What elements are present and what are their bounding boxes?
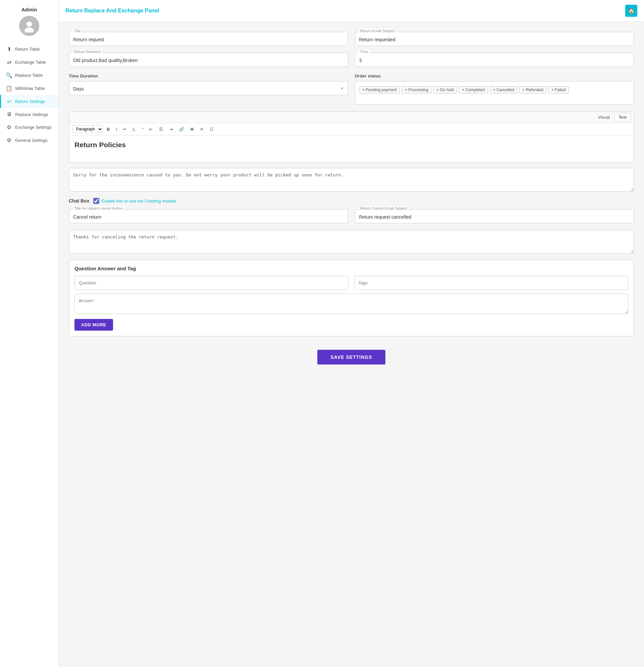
align-right-button[interactable]: ⇥: [167, 126, 175, 133]
avatar: [19, 16, 39, 36]
question-input[interactable]: [75, 276, 349, 290]
rich-text-editor: Visual Text Paragraph Heading 1 Heading …: [69, 111, 634, 163]
title-group: Title: [69, 32, 348, 46]
editor-content[interactable]: Return Policies: [69, 135, 633, 162]
sidebar-item-label: Return Table: [15, 47, 39, 52]
title-label: Title: [73, 29, 82, 33]
title-input[interactable]: [69, 32, 348, 46]
return-settings-icon: ↩: [6, 98, 12, 104]
return-cancel-email-subject-label: Return Cancel Email Subject: [359, 206, 409, 210]
chatbox-row: Chat Box Enable this to use the Chatting…: [69, 198, 634, 204]
tab-visual[interactable]: Visual: [594, 113, 614, 121]
replace-table-icon: 🔍: [6, 72, 12, 79]
status-tag-onhold[interactable]: × On hold: [433, 86, 457, 94]
return-email-subject-group: Return Email Subject: [355, 32, 634, 46]
sidebar-item-label: Replace Settings: [15, 112, 48, 117]
status-tag-refunded[interactable]: × Refunded: [519, 86, 546, 94]
title-email-row: Title Return Email Subject: [69, 32, 634, 46]
tags-input[interactable]: [354, 276, 629, 290]
time-duration-select[interactable]: Days Hours Weeks: [69, 81, 348, 95]
editor-toolbar: Paragraph Heading 1 Heading 2 B I •• 1. …: [69, 123, 633, 135]
cancel-button-title-input[interactable]: [69, 209, 348, 223]
sidebar-item-exchange-table[interactable]: ⇄ Exchange Table: [0, 56, 58, 69]
blockquote-button[interactable]: “: [140, 126, 146, 133]
general-settings-icon: ⚙: [6, 137, 12, 144]
order-status-label: Order status: [355, 74, 634, 79]
grid-button[interactable]: ☷: [207, 126, 216, 133]
align-center-button[interactable]: ☰: [157, 126, 165, 133]
main-content: Return Replace And Exchange Panel 🏠 Titl…: [59, 0, 644, 667]
save-settings-button[interactable]: SAVE SETTINGS: [317, 350, 386, 364]
page-title: Return Replace And Exchange Panel: [65, 8, 159, 14]
status-tag-completed[interactable]: × Completed: [459, 86, 488, 94]
italic-button[interactable]: I: [113, 126, 119, 133]
return-reasons-group: Return Reasons: [69, 53, 348, 67]
time-group: Time: [355, 53, 634, 67]
status-tags: × Pending payment × Processing × On hold…: [359, 86, 630, 94]
time-duration-section: Time Duration Days Hours Weeks: [69, 74, 348, 95]
return-email-subject-label: Return Email Subject: [359, 29, 396, 33]
bold-button[interactable]: B: [104, 126, 112, 133]
answer-textarea[interactable]: [75, 294, 628, 314]
email-body-textarea[interactable]: Sorry for the inconvenience caused to yo…: [69, 168, 634, 192]
sidebar-item-label: General Settings: [15, 138, 48, 143]
reasons-time-row: Return Reasons Time: [69, 53, 634, 67]
sidebar-item-replace-settings[interactable]: 🖥 Replace Settings: [0, 108, 58, 121]
chatbox-checkbox-wrapper[interactable]: Enable this to use the Chatting module: [93, 198, 176, 204]
ordered-list-button[interactable]: 1.: [130, 126, 138, 133]
sidebar-nav: ⬆ Return Table ⇄ Exchange Table 🔍 Replac…: [0, 43, 58, 147]
chatbox-enable-text: Enable this to use the Chatting module: [101, 198, 176, 204]
time-input[interactable]: [355, 53, 634, 67]
status-tag-failed[interactable]: × Failed: [548, 86, 569, 94]
sidebar-item-return-settings[interactable]: ↩ Return Settings: [0, 95, 58, 108]
add-more-button[interactable]: ADD MORE: [75, 319, 113, 331]
unordered-list-button[interactable]: ••: [121, 126, 128, 133]
sidebar-item-label: Exchange Table: [15, 60, 46, 65]
sidebar-item-general-settings[interactable]: ⚙ General Settings: [0, 134, 58, 147]
save-btn-row: SAVE SETTINGS: [69, 343, 634, 371]
cancel-button-title-label: Title for request cancel button: [73, 206, 124, 210]
status-tag-processing[interactable]: × Processing: [402, 86, 431, 94]
link-button[interactable]: 🔗: [176, 126, 187, 133]
svg-point-1: [25, 28, 34, 33]
replace-settings-icon: 🖥: [6, 111, 12, 117]
sidebar-item-replace-table[interactable]: 🔍 Replace Table: [0, 69, 58, 82]
sidebar-item-withdraw-table[interactable]: 📋 Withdraw Table: [0, 82, 58, 95]
qa-section-title: Question Answer and Tag: [75, 265, 628, 271]
sidebar-item-exchange-settings[interactable]: ⚙ Exchange Settings: [0, 121, 58, 134]
paragraph-select[interactable]: Paragraph Heading 1 Heading 2: [73, 125, 103, 133]
svg-point-0: [27, 21, 32, 27]
more-options-button[interactable]: ✕: [197, 126, 206, 133]
sidebar-item-return-table[interactable]: ⬆ Return Table: [0, 43, 58, 56]
sidebar-item-label: Exchange Settings: [15, 125, 51, 130]
cancel-button-title-group: Title for request cancel button: [69, 209, 348, 223]
return-cancel-email-subject-input[interactable]: [355, 209, 634, 223]
return-email-subject-input[interactable]: [355, 32, 634, 46]
tab-text[interactable]: Text: [614, 113, 631, 121]
time-label: Time: [359, 50, 370, 54]
exchange-table-icon: ⇄: [6, 59, 12, 65]
sidebar-item-label: Withdraw Table: [15, 86, 45, 91]
return-reasons-label: Return Reasons: [73, 50, 102, 54]
sidebar-item-label: Replace Table: [15, 73, 43, 78]
return-reasons-input[interactable]: [69, 53, 348, 67]
sidebar-item-label: Return Settings: [15, 99, 45, 104]
qa-section: Question Answer and Tag ADD MORE: [69, 260, 634, 336]
chatbox-checkbox[interactable]: [93, 198, 99, 204]
content-area: Title Return Email Subject Return Reason…: [59, 22, 644, 667]
time-duration-label: Time Duration: [69, 74, 348, 79]
status-tag-pending[interactable]: × Pending payment: [359, 86, 400, 94]
align-left-button[interactable]: ⇤: [147, 126, 155, 133]
return-cancel-email-subject-group: Return Cancel Email Subject: [355, 209, 634, 223]
cancel-email-body-textarea[interactable]: Thanks for canceling the return request.: [69, 230, 634, 254]
sidebar: Admin ⬆ Return Table ⇄ Exchange Table 🔍 …: [0, 0, 59, 667]
table-insert-button[interactable]: ✚: [188, 126, 196, 133]
chatbox-label: Chat Box: [69, 198, 89, 204]
time-duration-order-row: Time Duration Days Hours Weeks Order sta…: [69, 74, 634, 104]
cancel-title-email-row: Title for request cancel button Return C…: [69, 209, 634, 223]
order-status-box: × Pending payment × Processing × On hold…: [355, 81, 634, 104]
time-duration-group: Days Hours Weeks: [69, 81, 348, 95]
status-tag-cancelled[interactable]: × Cancelled: [490, 86, 517, 94]
home-button[interactable]: 🏠: [625, 5, 637, 17]
return-table-icon: ⬆: [6, 46, 12, 52]
